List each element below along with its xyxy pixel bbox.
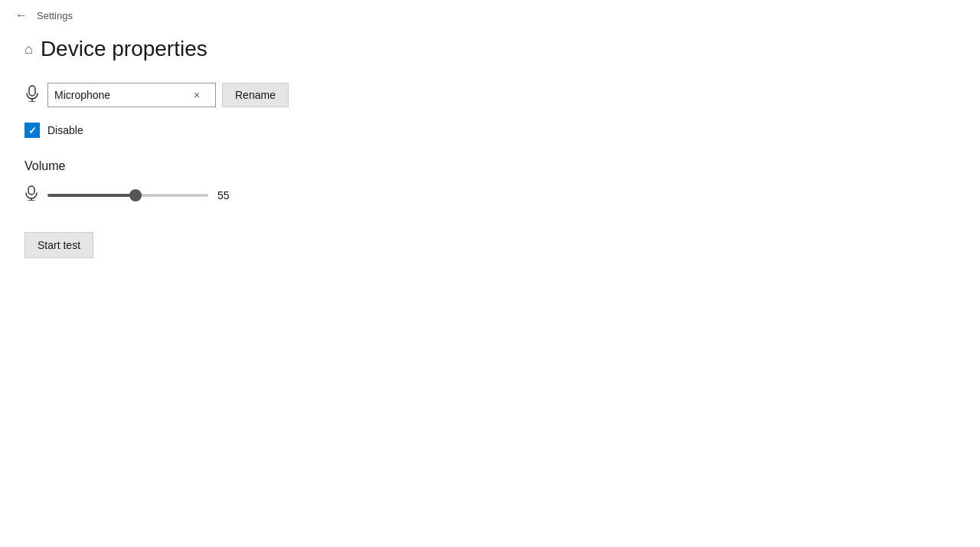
device-name-input-wrapper: × bbox=[47, 83, 216, 107]
page-title: Device properties bbox=[41, 37, 207, 61]
checkmark-icon: ✓ bbox=[28, 125, 37, 136]
microphone-icon bbox=[24, 85, 40, 106]
rename-button[interactable]: Rename bbox=[222, 83, 289, 107]
home-icon: ⌂ bbox=[24, 41, 33, 57]
disable-section: ✓ Disable bbox=[24, 123, 956, 138]
back-button[interactable]: ← bbox=[12, 5, 31, 25]
volume-section: Volume 55 bbox=[24, 159, 956, 205]
top-bar: ← Settings bbox=[0, 0, 980, 31]
app-name-label: Settings bbox=[37, 10, 73, 21]
volume-value-label: 55 bbox=[217, 189, 240, 201]
volume-slider[interactable] bbox=[47, 194, 208, 197]
disable-checkbox[interactable]: ✓ bbox=[24, 123, 40, 138]
device-name-section: × Rename bbox=[24, 83, 956, 107]
volume-control-row: 55 bbox=[24, 185, 956, 205]
main-content: ⌂ Device properties × Rename ✓ Disable V… bbox=[0, 31, 980, 283]
device-name-input[interactable] bbox=[54, 89, 192, 101]
page-header: ⌂ Device properties bbox=[24, 37, 956, 61]
svg-rect-3 bbox=[28, 186, 34, 195]
start-test-button[interactable]: Start test bbox=[24, 232, 93, 258]
disable-label: Disable bbox=[47, 124, 83, 136]
volume-mic-icon bbox=[24, 185, 38, 205]
clear-name-button[interactable]: × bbox=[192, 90, 201, 100]
volume-title: Volume bbox=[24, 159, 956, 173]
back-arrow-icon: ← bbox=[15, 8, 28, 22]
svg-rect-0 bbox=[29, 86, 35, 96]
